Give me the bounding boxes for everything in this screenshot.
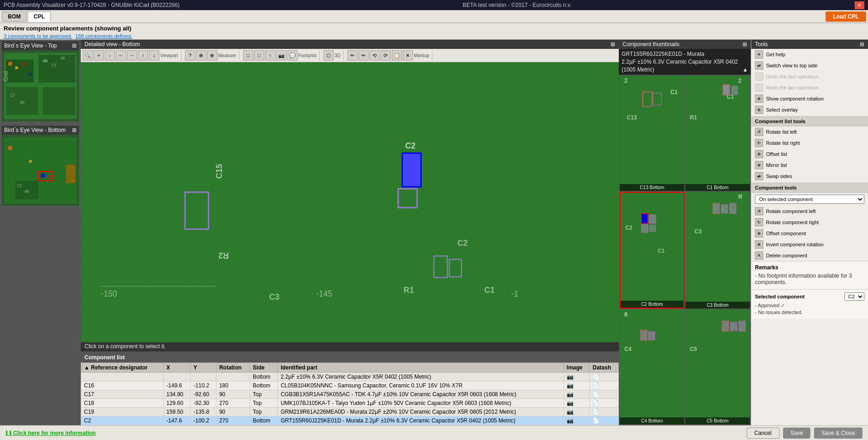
coord-text: Click on a component to select it. bbox=[84, 343, 166, 350]
cell-datasheet[interactable]: 📄 bbox=[590, 416, 619, 425]
zoom-fit-icon[interactable]: 🔍 bbox=[83, 50, 93, 60]
footprint-hide-icon[interactable]: □ bbox=[254, 50, 264, 60]
table-row[interactable]: C18 129.60 -92.30 270 Top UMK107BJ105KA-… bbox=[81, 399, 619, 408]
tab-cpl[interactable]: CPL bbox=[28, 12, 51, 22]
birds-eye-bottom-canvas[interactable] bbox=[1, 135, 79, 206]
cell-datasheet[interactable]: 📄 bbox=[590, 381, 619, 390]
birds-eye-top-canvas[interactable]: Gnd bbox=[1, 50, 79, 122]
3d-view-icon[interactable]: ⬡ bbox=[323, 50, 334, 60]
col-ref[interactable]: ▲ Reference designator bbox=[81, 363, 164, 373]
pan-up-icon[interactable]: ↑ bbox=[138, 50, 148, 60]
svg-text:C1: C1 bbox=[670, 89, 678, 95]
cell-image[interactable]: 📷 bbox=[563, 381, 589, 390]
cell-datasheet[interactable]: 📄 bbox=[590, 373, 619, 381]
table-row[interactable]: C2 -147.6 -100.2 270 Bottom GRT155R60J22… bbox=[81, 416, 619, 425]
markup-draw-icon[interactable]: ✏ bbox=[347, 50, 358, 60]
thumbnails-icon[interactable]: ⊞ bbox=[742, 41, 747, 48]
tool-show-rotation[interactable]: ⊕ Show component rotation bbox=[751, 93, 868, 104]
thumb-c13[interactable]: C13 2 C1 C13 Bottom bbox=[620, 76, 684, 190]
tool-invert-rotation[interactable]: ⊕ Invert component rotation bbox=[751, 239, 868, 250]
tool-select-overlay[interactable]: ⊕ Select overlay bbox=[751, 104, 868, 115]
svg-rect-81 bbox=[641, 330, 647, 340]
cell-datasheet[interactable]: 📄 bbox=[590, 399, 619, 408]
table-row[interactable]: C16 -149.6 -110.2 180 Bottom CL05B104K05… bbox=[81, 381, 619, 390]
col-image[interactable]: Image bbox=[563, 363, 589, 373]
cell-datasheet[interactable]: 📄 bbox=[590, 390, 619, 399]
col-rot[interactable]: Rotation bbox=[216, 363, 250, 373]
tool-undo[interactable]: ↩ Undo the last operation bbox=[751, 71, 868, 82]
thumb-c4[interactable]: C4 8 C4 Bottom bbox=[620, 309, 684, 424]
tool-rotate-comp-left[interactable]: ↺ Rotate component left bbox=[751, 206, 868, 217]
col-datasheet[interactable]: Datash bbox=[590, 363, 619, 373]
cell-image[interactable]: 📷 bbox=[563, 399, 589, 408]
footprint-up-icon[interactable]: ↑ bbox=[265, 50, 275, 60]
defined-link[interactable]: 168 components defined. bbox=[75, 33, 132, 39]
selected-component-dropdown[interactable]: C2 bbox=[844, 292, 864, 301]
table-row[interactable]: Bottom 2.2µF ±10% 6.3V Ceramic Capacitor… bbox=[81, 373, 619, 381]
load-cpl-button[interactable]: Load CPL bbox=[826, 12, 866, 22]
main-pcb-canvas[interactable]: C15 R2 C2 C2 C1 R1 bbox=[81, 62, 619, 342]
tool-switch-view[interactable]: ⇄ Switch view to top side bbox=[751, 60, 868, 71]
thumb-c3[interactable]: C3 R C3 Bottom bbox=[685, 192, 750, 309]
detailed-view-icon[interactable]: ⊞ bbox=[611, 41, 615, 48]
tool-offset-comp[interactable]: ⊕ Offset component bbox=[751, 228, 868, 239]
footprint-show-icon[interactable]: □ bbox=[243, 50, 253, 60]
pan-left-icon[interactable]: ← bbox=[116, 50, 126, 60]
thumb-c1[interactable]: R1 C1 2 C1 Bottom bbox=[685, 76, 750, 190]
delete-comp-icon: ✕ bbox=[755, 251, 763, 260]
tool-mirror-list[interactable]: ⊕ Mirror list bbox=[751, 160, 868, 171]
footprint-comment-icon[interactable]: 💬 bbox=[287, 50, 298, 60]
tool-redo[interactable]: ↪ Redo the last operation bbox=[751, 82, 868, 93]
markup-line-icon[interactable]: ✏ bbox=[359, 50, 369, 60]
app-title: PCB Assembly Visualizer v0.9-17-170428 -… bbox=[4, 2, 180, 8]
svg-rect-82 bbox=[648, 332, 655, 340]
tool-delete-comp[interactable]: ✕ Delete component bbox=[751, 250, 868, 261]
tool-rotate-comp-right[interactable]: ↻ Rotate component right bbox=[751, 217, 868, 228]
col-side[interactable]: Side bbox=[250, 363, 277, 373]
close-button[interactable]: ✕ bbox=[855, 1, 864, 9]
birds-eye-top-icon[interactable]: ⊞ bbox=[72, 42, 77, 49]
info-link[interactable]: ℹ ℹ Click here for more information bbox=[6, 430, 96, 436]
pan-down-icon[interactable]: ↓ bbox=[149, 50, 159, 60]
tool-swap-sides[interactable]: ⇄ Swap sides bbox=[751, 171, 868, 182]
thumb-c2-label: C2 Bottom bbox=[621, 301, 683, 308]
save-button[interactable]: Save bbox=[783, 428, 810, 439]
pan-right-icon[interactable]: → bbox=[127, 50, 137, 60]
measure-help-icon[interactable]: ? bbox=[185, 50, 195, 60]
measure-tool-icon[interactable]: ⊕ bbox=[196, 50, 206, 60]
tool-get-help[interactable]: ✕ Get help bbox=[751, 49, 868, 60]
table-row[interactable]: C19 159.50 -135.8 90 Top GRM219R61A226ME… bbox=[81, 408, 619, 416]
footprint-camera-icon[interactable]: 📷 bbox=[276, 50, 287, 60]
cancel-button[interactable]: Cancel bbox=[747, 428, 779, 439]
cell-image[interactable]: 📷 bbox=[563, 390, 589, 399]
zoom-out-icon[interactable]: - bbox=[105, 50, 115, 60]
detailed-view-label: Detailed view - Bottom bbox=[84, 41, 140, 48]
svg-rect-68 bbox=[641, 224, 648, 232]
col-x[interactable]: X bbox=[163, 363, 191, 373]
col-part[interactable]: Identified part bbox=[278, 363, 564, 373]
birds-eye-bottom-icon[interactable]: ⊞ bbox=[72, 127, 77, 133]
zoom-in-icon[interactable]: + bbox=[94, 50, 104, 60]
cell-image[interactable]: 📷 bbox=[563, 373, 589, 381]
markup-rotate-left-icon[interactable]: ⟲ bbox=[370, 50, 380, 60]
thumb-c5[interactable]: C5 C5 Bottom bbox=[685, 309, 750, 424]
cell-datasheet[interactable]: 📄 bbox=[590, 408, 619, 416]
tools-icon[interactable]: ⊞ bbox=[860, 41, 864, 48]
cell-image[interactable]: 📷 bbox=[563, 408, 589, 416]
measure-ref-icon[interactable]: ⊕ bbox=[207, 50, 217, 60]
thumb-c2[interactable]: C2 C1 C2 Bottom bbox=[620, 192, 684, 309]
markup-delete-icon[interactable]: ✕ bbox=[403, 50, 413, 60]
component-tools-dropdown[interactable]: On selected component bbox=[755, 195, 864, 204]
col-y[interactable]: Y bbox=[191, 363, 216, 373]
tab-bom[interactable]: BOM bbox=[2, 12, 27, 22]
cell-image[interactable]: 📷 bbox=[563, 416, 589, 425]
markup-rotate-right-icon[interactable]: ⟳ bbox=[381, 50, 391, 60]
approve-link[interactable]: 3 components to be approved. bbox=[4, 33, 72, 39]
tool-rotate-list-left[interactable]: ↺ Rotate list left bbox=[751, 126, 868, 137]
save-close-button[interactable]: Save & Close bbox=[814, 428, 862, 439]
tool-offset-list[interactable]: ⊕ Offset list bbox=[751, 149, 868, 160]
tool-rotate-list-right[interactable]: ↻ Rotate list right bbox=[751, 137, 868, 149]
thumbnail-scroll-up[interactable]: ▲ bbox=[742, 66, 748, 74]
markup-copy-icon[interactable]: 📋 bbox=[392, 50, 402, 60]
table-row[interactable]: C17 134.90 -92.60 90 Top CGB3B1X5R1A475K… bbox=[81, 390, 619, 399]
